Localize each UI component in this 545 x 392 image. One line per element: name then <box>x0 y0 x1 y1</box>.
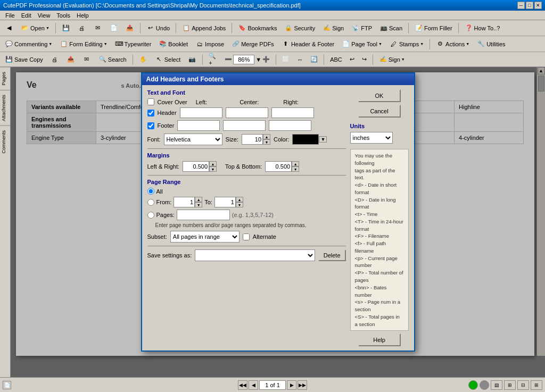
from-radio[interactable] <box>147 199 154 206</box>
zoom-in-btn[interactable]: 🔍+ <box>205 54 220 65</box>
to-input[interactable] <box>214 197 236 207</box>
zoom-add-icon[interactable]: ➕ <box>262 56 270 63</box>
to-down[interactable]: ▼ <box>236 202 243 207</box>
lr-down-btn[interactable]: ▼ <box>209 166 217 172</box>
nav-first-btn[interactable]: ◀◀ <box>238 380 247 390</box>
restore-button[interactable]: □ <box>526 2 533 9</box>
menu-tools[interactable]: Tools <box>53 12 73 19</box>
fit-page-btn[interactable]: ⬜ <box>279 54 293 65</box>
footer-center-input[interactable] <box>223 120 266 131</box>
zoom-dropdown-icon[interactable]: ▼ <box>255 56 261 63</box>
from-input[interactable] <box>174 197 195 207</box>
pages-tab[interactable]: Pages <box>0 67 11 90</box>
units-select[interactable]: inches <box>350 132 393 144</box>
pages-radio[interactable] <box>147 212 154 219</box>
from-down[interactable]: ▼ <box>195 202 202 207</box>
utilities-button[interactable]: 🔧 Utilities <box>474 38 508 50</box>
actions-button[interactable]: ⚙ Actions ▼ <box>433 38 473 50</box>
delete-button[interactable]: Delete <box>318 249 346 261</box>
from-up[interactable]: ▲ <box>195 197 202 202</box>
all-radio[interactable] <box>147 188 154 195</box>
footer-right-input[interactable] <box>269 120 311 131</box>
close-button[interactable]: ✕ <box>534 2 542 9</box>
cover-over-checkbox[interactable] <box>147 98 154 105</box>
view-btn2[interactable]: ⊞ <box>504 380 516 390</box>
extract-btn[interactable]: 📤 <box>122 22 137 34</box>
help-button[interactable]: Help <box>358 333 401 346</box>
print-btn[interactable]: 🖨 <box>75 22 89 34</box>
tb-up-btn[interactable]: ▲ <box>292 161 299 166</box>
sign-toolbar-btn[interactable]: ✍ Sign ▼ <box>376 54 408 65</box>
left-right-input[interactable] <box>183 161 209 172</box>
stamps-button[interactable]: 🖊 Stamps ▼ <box>386 38 427 50</box>
header-footer-button[interactable]: ⬆ Header & Footer <box>278 38 337 50</box>
impose-button[interactable]: 🗂 Impose <box>192 38 227 50</box>
green-btn2[interactable] <box>480 380 489 390</box>
security-button[interactable]: 🔒 Security <box>281 22 318 34</box>
properties-btn[interactable]: 📄 <box>106 22 121 34</box>
fit-width-btn[interactable]: ↔ <box>294 54 306 65</box>
size-input[interactable] <box>242 134 263 145</box>
email-toolbar-btn[interactable]: ✉ <box>79 54 94 65</box>
form-filler-button[interactable]: 📝 Form Filler <box>411 22 456 34</box>
zoom-out-icon[interactable]: ➖ <box>225 56 232 63</box>
top-bottom-input[interactable] <box>265 161 292 172</box>
commenting-button[interactable]: 💬 Commenting ▼ <box>2 38 55 50</box>
merge-pdfs-button[interactable]: 🔗 Merge PDFs <box>228 38 277 50</box>
select-button[interactable]: ↖ Select <box>152 54 184 65</box>
menu-edit[interactable]: Edit <box>18 12 35 19</box>
form-editing-button[interactable]: 📋 Form Editing ▼ <box>56 38 110 50</box>
open-button[interactable]: 📂 Open ▼ <box>18 22 53 34</box>
sign-button[interactable]: ✍ Sign <box>319 22 347 34</box>
booklet-button[interactable]: 📚 Booklet <box>155 38 191 50</box>
bookmarks-button[interactable]: 🔖 Bookmarks <box>235 22 280 34</box>
save-settings-input[interactable] <box>195 249 315 261</box>
minimize-button[interactable]: ─ <box>517 2 525 9</box>
zoom-input[interactable] <box>233 55 254 64</box>
nav-prev-btn[interactable]: ◀ <box>249 380 258 390</box>
header-center-input[interactable] <box>226 107 268 118</box>
ok-button[interactable]: OK <box>358 89 401 102</box>
email-btn[interactable]: ✉ <box>90 22 105 34</box>
pdf-export-btn[interactable]: 📤 <box>63 54 78 65</box>
tb-down-btn[interactable]: ▼ <box>292 166 299 172</box>
rotate-btn[interactable]: 🔄 <box>307 54 321 65</box>
cancel-button[interactable]: Cancel <box>358 105 401 118</box>
snapshot-btn[interactable]: 📷 <box>185 54 200 65</box>
color-swatch[interactable] <box>292 134 319 145</box>
search-button[interactable]: 🔍 Search <box>95 54 130 65</box>
undo-button[interactable]: ↩ Undo <box>143 22 173 34</box>
menu-file[interactable]: File <box>2 12 18 19</box>
scan-button[interactable]: 📠 Scan <box>376 22 406 34</box>
attachments-tab[interactable]: Attachments <box>0 90 11 126</box>
color-dropdown-icon[interactable]: ▼ <box>319 136 327 143</box>
typewriter-button[interactable]: ⌨ Typewriter <box>112 38 155 50</box>
menu-view[interactable]: View <box>35 12 54 19</box>
view-btn1[interactable]: ▤ <box>491 380 502 390</box>
save-copy-button[interactable]: 💾 Save Copy <box>2 54 46 65</box>
footer-checkbox[interactable] <box>147 122 154 129</box>
header-right-input[interactable] <box>271 107 314 118</box>
print-toolbar-btn[interactable]: 🖨 <box>47 54 62 65</box>
back-button[interactable]: ◀ <box>2 22 16 34</box>
how-to-button[interactable]: ❓ How To..? <box>461 22 503 34</box>
save-icon-btn[interactable]: 💾 <box>59 22 73 34</box>
redo-toolbar-btn[interactable]: ↪ <box>359 54 370 65</box>
menu-help[interactable]: Help <box>73 12 92 19</box>
spell-check-btn[interactable]: ABC <box>327 54 345 65</box>
comments-tab[interactable]: Comments <box>0 126 11 158</box>
lr-up-btn[interactable]: ▲ <box>209 161 217 166</box>
page-number-input[interactable] <box>259 380 286 390</box>
alternate-checkbox[interactable] <box>243 233 250 240</box>
size-down-btn[interactable]: ▼ <box>263 139 270 145</box>
header-left-input[interactable] <box>180 107 222 118</box>
pages-input[interactable] <box>177 210 230 220</box>
font-select[interactable]: Helvetica <box>164 134 222 145</box>
view-btn3[interactable]: ⊟ <box>517 380 529 390</box>
to-up[interactable]: ▲ <box>236 197 243 202</box>
green-btn1[interactable] <box>468 380 478 390</box>
page-tool-button[interactable]: 📄 Page Tool ▼ <box>338 38 385 50</box>
size-up-btn[interactable]: ▲ <box>263 134 270 139</box>
nav-next-btn[interactable]: ▶ <box>287 380 296 390</box>
nav-last-btn[interactable]: ▶▶ <box>298 380 307 390</box>
